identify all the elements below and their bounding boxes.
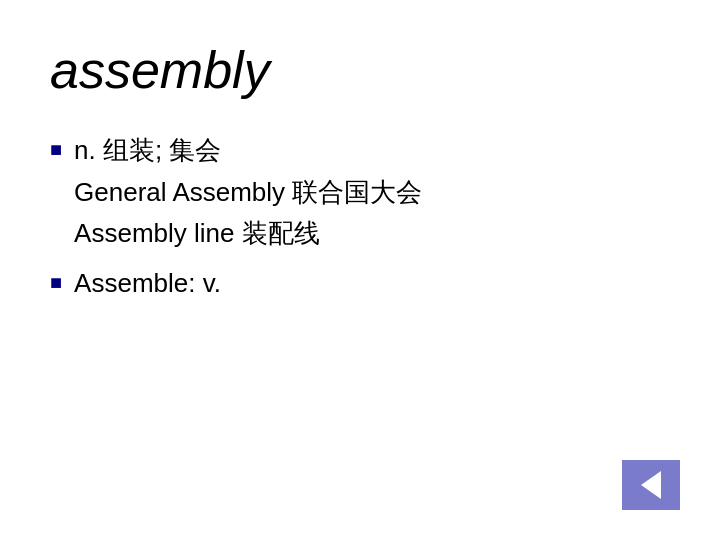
list-item: ■ Assemble: v. bbox=[50, 263, 670, 305]
line-2-1: Assemble: v. bbox=[74, 263, 221, 305]
list-content-1: n. 组装; 集会 General Assembly 联合国大会 Assembl… bbox=[74, 130, 422, 255]
bullet-1: ■ bbox=[50, 134, 62, 164]
content-list: ■ n. 组装; 集会 General Assembly 联合国大会 Assem… bbox=[50, 130, 670, 304]
back-nav-button[interactable] bbox=[622, 460, 680, 510]
line-1-1: n. 组装; 集会 bbox=[74, 130, 422, 172]
slide: assembly ■ n. 组装; 集会 General Assembly 联合… bbox=[0, 0, 720, 540]
line-1-3: Assembly line 装配线 bbox=[74, 213, 422, 255]
list-content-2: Assemble: v. bbox=[74, 263, 221, 305]
slide-title: assembly bbox=[50, 40, 670, 100]
line-1-2: General Assembly 联合国大会 bbox=[74, 172, 422, 214]
list-item: ■ n. 组装; 集会 General Assembly 联合国大会 Assem… bbox=[50, 130, 670, 255]
bullet-2: ■ bbox=[50, 267, 62, 297]
